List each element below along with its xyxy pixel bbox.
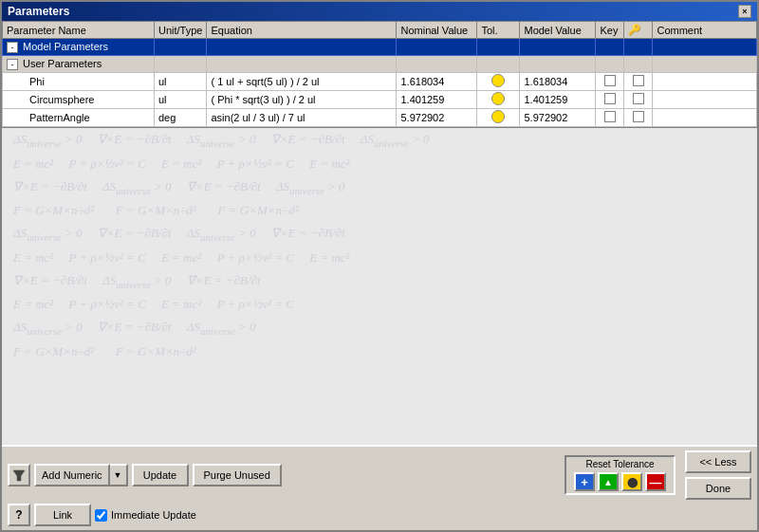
tol-plus-label: +: [581, 475, 588, 489]
math-row: ∇×E = −∂B/∂t ΔSuniverse > 0 ∇×E = −∂B/∂t: [2, 269, 757, 294]
dropdown-arrow-icon: ▼: [114, 470, 122, 480]
math-row: E = mc² P + ρ×½v² = C E = mc² P + ρ×½v² …: [2, 153, 757, 175]
circumsphere-icon-cell: [624, 91, 653, 109]
link-button[interactable]: Link: [34, 504, 91, 526]
user-tol-cell: [477, 56, 520, 73]
user-nominal-cell: [397, 56, 477, 73]
help-button[interactable]: ?: [8, 504, 30, 526]
patternangle-eq-cell[interactable]: asin(2 ul / 3 ul) / 7 ul: [207, 109, 397, 127]
phi-eq-cell[interactable]: ( 1 ul + sqrt(5 ul) ) / 2 ul: [207, 73, 397, 91]
user-value-cell: [520, 56, 596, 73]
done-label: Done: [706, 483, 731, 494]
toolbar-row-1: Add Numeric ▼ Update Purge Unused Reset …: [8, 450, 751, 500]
close-button[interactable]: ×: [738, 5, 751, 18]
add-numeric-button[interactable]: Add Numeric: [34, 464, 110, 486]
bottom-toolbar: Add Numeric ▼ Update Purge Unused Reset …: [2, 445, 757, 530]
tol-circle-button[interactable]: ⬤: [621, 472, 642, 491]
update-button[interactable]: Update: [132, 464, 189, 486]
phi-model-cell: 1.618034: [520, 73, 596, 91]
model-nominal-cell: [397, 39, 477, 56]
phi-unit: ul: [158, 76, 167, 87]
help-label: ?: [15, 508, 22, 522]
purge-unused-button[interactable]: Purge Unused: [193, 464, 282, 486]
math-row: E = mc² P + ρ×½v² = C E = mc² P + ρ×½v² …: [2, 247, 757, 269]
circumsphere-tol-cell: [477, 91, 520, 109]
user-expand-icon[interactable]: -: [7, 59, 18, 70]
user-parameters-label: User Parameters: [23, 58, 102, 69]
immediate-update-label[interactable]: Immediate Update: [95, 509, 196, 522]
toolbar-row-2: ? Link Immediate Update: [8, 504, 751, 526]
tol-triangle-button[interactable]: ▲: [598, 472, 619, 491]
circumsphere-nominal-cell: 1.401259: [397, 91, 477, 109]
patternangle-comment-cell: [653, 109, 757, 127]
model-parameters-label: Model Parameters: [23, 41, 108, 52]
model-key-cell: [596, 39, 624, 56]
model-expand-icon[interactable]: -: [7, 42, 18, 53]
math-text: F = G×M×n÷d² F = G×M×n÷d²: [13, 344, 196, 359]
col-header-tol: Tol.: [477, 22, 520, 39]
patternangle-model-value: 5.972902: [524, 112, 567, 123]
phi-icon-checkbox[interactable]: [633, 75, 644, 86]
patternangle-key-checkbox[interactable]: [604, 111, 616, 122]
model-eq-cell: [207, 39, 397, 56]
filter-button[interactable]: [8, 464, 30, 486]
toolbar-right-buttons: << Less Done: [685, 450, 751, 500]
patternangle-label: PatternAngle: [29, 112, 90, 123]
circumsphere-model-cell: 1.401259: [520, 91, 596, 109]
math-row: ∇×E = −∂B/∂t ΔSuniverse > 0 ∇×E = −∂B/∂t…: [2, 175, 757, 200]
tol-minus-button[interactable]: —: [645, 472, 666, 491]
purge-unused-label: Purge Unused: [204, 469, 270, 481]
circumsphere-model-value: 1.401259: [524, 94, 567, 105]
circumsphere-eq-cell[interactable]: ( Phi * sqrt(3 ul) ) / 2 ul: [207, 91, 397, 109]
phi-name-cell: Phi: [3, 73, 155, 91]
math-text: ΔSuniverse > 0 ∇×E = −∂B/∂t ΔSuniverse >…: [13, 226, 345, 243]
phi-tol-indicator: [491, 74, 505, 87]
phi-tol-cell: [477, 73, 520, 91]
user-unit-cell: [155, 56, 207, 73]
math-text: ∇×E = −∂B/∂t ΔSuniverse > 0 ∇×E = −∂B/∂t…: [13, 179, 345, 196]
tol-plus-button[interactable]: +: [574, 472, 595, 491]
user-key-cell: [596, 56, 624, 73]
add-numeric-label: Add Numeric: [42, 469, 102, 481]
less-label: << Less: [699, 456, 736, 468]
math-text: F = G×M×n÷d² F = G×M×n÷d² F = G×M×n÷d²: [13, 203, 299, 218]
tol-triangle-icon: ▲: [603, 477, 613, 487]
phi-equation: ( 1 ul + sqrt(5 ul) ) / 2 ul: [211, 76, 319, 87]
math-row: ΔSuniverse > 0 ∇×E = −∂B/∂t ΔSuniverse >…: [2, 316, 757, 340]
phi-nominal-cell: 1.618034: [397, 73, 477, 91]
patternangle-tol-indicator: [491, 110, 505, 123]
model-icon-cell: [624, 39, 653, 56]
patternangle-icon-cell: [624, 109, 653, 127]
phi-model-value: 1.618034: [524, 76, 567, 87]
immediate-update-text: Immediate Update: [111, 509, 196, 521]
tol-minus-label: —: [650, 475, 662, 489]
col-header-unit: Unit/Type: [155, 22, 207, 39]
phi-icon-cell: [624, 73, 653, 91]
patternangle-key-cell: [596, 109, 624, 127]
circumsphere-key-checkbox[interactable]: [604, 93, 616, 104]
phi-key-cell: [596, 73, 624, 91]
col-header-equation: Equation: [207, 22, 397, 39]
col-header-comment: Comment: [653, 22, 757, 39]
svg-marker-0: [13, 470, 25, 481]
circumsphere-name-cell: Circumsphere: [3, 91, 155, 109]
content-area: Parameter Name Unit/Type Equation Nomina…: [2, 21, 757, 530]
table-row: Circumsphere ul ( Phi * sqrt(3 ul) ) / 2…: [3, 91, 757, 109]
patternangle-unit-cell: deg: [155, 109, 207, 127]
circumsphere-tol-indicator: [491, 92, 505, 105]
user-icon-cell: [624, 56, 653, 73]
done-button[interactable]: Done: [685, 477, 751, 500]
patternangle-icon-checkbox[interactable]: [633, 111, 644, 122]
less-button[interactable]: << Less: [685, 450, 751, 473]
immediate-update-checkbox[interactable]: [95, 509, 107, 522]
math-row: F = G×M×n÷d² F = G×M×n÷d² F = G×M×n÷d²: [2, 199, 757, 222]
circumsphere-key-cell: [596, 91, 624, 109]
math-text: ΔSuniverse > 0 ∇×E = −∂B/∂t ΔSuniverse >…: [13, 320, 255, 337]
circumsphere-icon-checkbox[interactable]: [633, 93, 644, 104]
user-parameters-cell: - User Parameters: [3, 56, 155, 73]
phi-key-checkbox[interactable]: [604, 75, 616, 86]
model-parameters-row: - Model Parameters: [3, 39, 757, 56]
patternangle-tol-cell: [477, 109, 520, 127]
link-label: Link: [53, 509, 72, 521]
add-numeric-dropdown[interactable]: ▼: [110, 464, 128, 486]
